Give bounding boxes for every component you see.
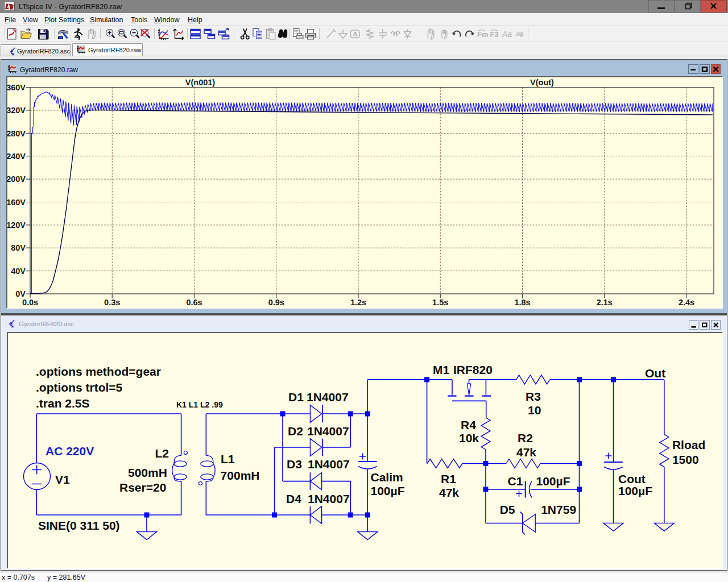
svg-text:Rload: Rload [672, 438, 705, 451]
svg-text:R2: R2 [518, 431, 533, 444]
svg-text:1N4007: 1N4007 [308, 458, 350, 471]
svg-text:320V: 320V [7, 106, 26, 115]
svg-text:L1: L1 [221, 452, 235, 465]
svg-text:100µF: 100µF [536, 475, 570, 488]
svg-text:1.2s: 1.2s [350, 298, 366, 307]
svg-text:R4: R4 [461, 418, 476, 431]
svg-text:1.8s: 1.8s [514, 298, 530, 307]
svg-text:Aa: Aa [502, 30, 512, 39]
svg-text:0.0s: 0.0s [22, 298, 38, 307]
svg-text:10k: 10k [459, 431, 479, 444]
svg-text:C1: C1 [508, 475, 523, 488]
svg-text:.options method=gear: .options method=gear [36, 365, 161, 378]
svg-text:1N4007: 1N4007 [307, 390, 349, 404]
svg-text:IRF820: IRF820 [453, 363, 493, 376]
svg-text:47k: 47k [439, 486, 459, 499]
svg-text:47k: 47k [516, 446, 536, 459]
svg-text:Rser=20: Rser=20 [119, 481, 166, 494]
svg-text:K1 L1 L2 .99: K1 L1 L2 .99 [176, 400, 223, 409]
svg-text:2.4s: 2.4s [679, 298, 694, 307]
svg-text:120V: 120V [7, 221, 26, 230]
svg-text:0.6s: 0.6s [186, 298, 202, 307]
svg-text:500mH: 500mH [128, 466, 167, 479]
svg-text:360V: 360V [7, 83, 26, 92]
svg-text:1N4007: 1N4007 [308, 492, 350, 505]
svg-text:D5: D5 [500, 503, 515, 516]
svg-text:700mH: 700mH [221, 469, 260, 482]
svg-text:1N4007: 1N4007 [307, 425, 349, 438]
svg-text:R1: R1 [441, 472, 456, 485]
svg-text:D2: D2 [288, 425, 303, 438]
svg-text:Cout: Cout [618, 472, 646, 485]
svg-text:200V: 200V [7, 174, 26, 184]
svg-text:1500: 1500 [672, 453, 699, 466]
svg-text:.options trtol=5: .options trtol=5 [36, 381, 123, 394]
svg-text:240V: 240V [7, 152, 26, 161]
svg-text:80V: 80V [11, 243, 26, 252]
svg-text:100µF: 100µF [618, 484, 652, 497]
svg-text:V1: V1 [55, 473, 70, 486]
svg-text:Fm: Fm [477, 30, 489, 39]
svg-text:.tran 2.5S: .tran 2.5S [36, 397, 90, 410]
svg-text:AC 220V: AC 220V [46, 444, 94, 458]
svg-text:D4: D4 [286, 492, 301, 505]
svg-text:280V: 280V [7, 129, 26, 138]
svg-text:R3: R3 [526, 390, 541, 403]
svg-text:V(out): V(out) [530, 78, 554, 87]
svg-text:1N759: 1N759 [541, 503, 576, 516]
svg-text:V(n001): V(n001) [185, 78, 216, 87]
svg-text:10: 10 [528, 404, 541, 417]
svg-text:Calim: Calim [371, 471, 403, 484]
svg-text:1.5s: 1.5s [432, 298, 448, 307]
svg-text:0.9s: 0.9s [268, 298, 284, 307]
svg-text:100µF: 100µF [371, 484, 405, 497]
svg-text:2.1s: 2.1s [597, 298, 613, 307]
svg-text:M1: M1 [433, 363, 449, 376]
svg-text:0.3s: 0.3s [104, 298, 120, 307]
svg-text:L2: L2 [155, 447, 169, 460]
svg-text:160V: 160V [7, 198, 26, 207]
svg-text:40V: 40V [11, 267, 26, 276]
svg-text:A: A [353, 31, 357, 38]
svg-text:Out: Out [645, 367, 665, 380]
svg-text:D3: D3 [287, 458, 302, 471]
svg-text:D1: D1 [288, 390, 304, 404]
svg-text:SINE(0 311 50): SINE(0 311 50) [38, 519, 120, 532]
svg-text:.op: .op [515, 30, 524, 37]
